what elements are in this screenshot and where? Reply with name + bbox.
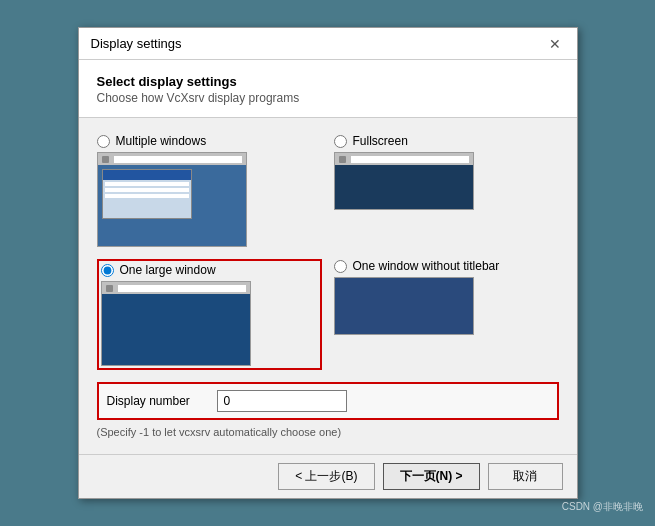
option-one-large-window-row: One large window [101, 263, 216, 277]
header-title: Select display settings [97, 74, 559, 89]
display-number-hint: (Specify -1 to let vcxsrv automatically … [97, 426, 559, 438]
radio-multiple-windows[interactable] [97, 135, 110, 148]
option-one-large-window: One large window [97, 259, 322, 370]
option-one-window-notitle-label: One window without titlebar [353, 259, 500, 273]
back-button[interactable]: < 上一步(B) [278, 463, 374, 490]
display-number-label: Display number [107, 394, 207, 408]
next-button[interactable]: 下一页(N) > [383, 463, 480, 490]
cancel-button[interactable]: 取消 [488, 463, 563, 490]
option-fullscreen: Fullscreen [334, 134, 559, 247]
option-fullscreen-row: Fullscreen [334, 134, 408, 148]
options-grid: Multiple windows [97, 134, 559, 370]
thumbnail-multiple-windows [97, 152, 247, 247]
display-number-section: Display number [97, 382, 559, 420]
option-fullscreen-label: Fullscreen [353, 134, 408, 148]
radio-fullscreen[interactable] [334, 135, 347, 148]
footer: < 上一步(B) 下一页(N) > 取消 [79, 454, 577, 498]
option-one-large-window-label: One large window [120, 263, 216, 277]
option-multiple-windows: Multiple windows [97, 134, 322, 247]
title-bar: Display settings ✕ [79, 28, 577, 60]
radio-one-large-window[interactable] [101, 264, 114, 277]
close-button[interactable]: ✕ [545, 37, 565, 51]
option-multiple-windows-row: Multiple windows [97, 134, 207, 148]
watermark: CSDN @非晚非晚 [562, 500, 643, 514]
option-multiple-windows-label: Multiple windows [116, 134, 207, 148]
radio-one-window-notitle[interactable] [334, 260, 347, 273]
display-settings-dialog: Display settings ✕ Select display settin… [78, 27, 578, 499]
fullscreen-thumbnails [334, 152, 474, 210]
header-subtitle: Choose how VcXsrv display programs [97, 91, 559, 105]
content-area: Multiple windows [79, 118, 577, 454]
display-number-input[interactable] [217, 390, 347, 412]
thumbnail-one-window-notitle [334, 277, 474, 335]
header-section: Select display settings Choose how VcXsr… [79, 60, 577, 118]
display-number-row: Display number [107, 390, 549, 412]
option-one-window-notitle: One window without titlebar [334, 259, 559, 370]
thumbnail-one-large-window [101, 281, 251, 366]
thumbnail-fullscreen-1 [334, 152, 474, 210]
dialog-title: Display settings [91, 36, 182, 51]
option-one-window-notitle-row: One window without titlebar [334, 259, 500, 273]
